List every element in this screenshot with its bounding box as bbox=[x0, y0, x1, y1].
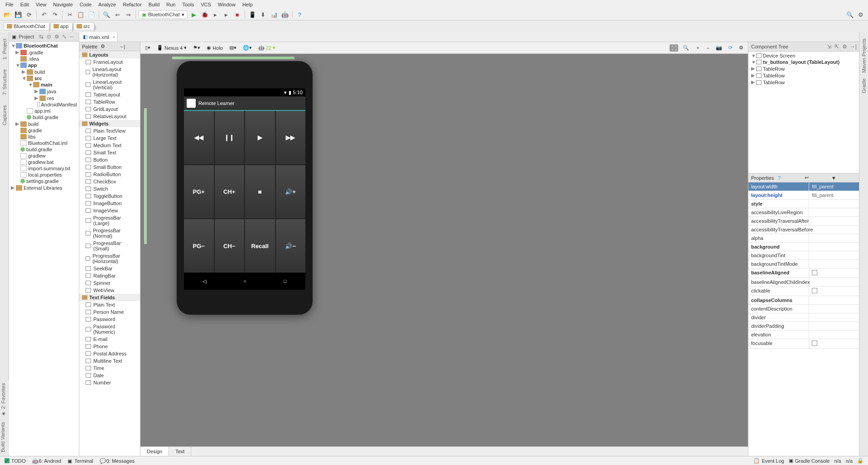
menu-window[interactable]: Window bbox=[215, 1, 238, 8]
tree-item[interactable]: build.gradle bbox=[9, 146, 79, 153]
palette-item[interactable]: SeekBar bbox=[79, 265, 140, 272]
hide-icon[interactable]: ⤡ bbox=[62, 34, 68, 40]
palette-item[interactable]: Small Button bbox=[79, 163, 140, 171]
preview-button[interactable]: 🔊− bbox=[276, 219, 306, 273]
device-preview[interactable]: ▾ ▮ 5:10 Remote Learner ◀◀❙❙▶▶▶PG+CH+■🔊+… bbox=[177, 61, 313, 315]
zoom-100-icon[interactable]: 🔍 bbox=[681, 44, 691, 52]
sb-eventlog[interactable]: 📋 Event Log bbox=[753, 458, 784, 464]
property-row[interactable]: style bbox=[748, 200, 859, 208]
options-gear-icon[interactable]: ⚙ bbox=[737, 44, 745, 52]
palette-item[interactable]: Person Name bbox=[79, 308, 140, 316]
minimize-icon[interactable]: − bbox=[70, 34, 76, 40]
tab-design[interactable]: Design bbox=[140, 447, 169, 456]
breadcrumb-item[interactable]: src bbox=[73, 22, 94, 30]
sb-todo[interactable]: ✓TODO bbox=[5, 458, 26, 464]
tool-tab[interactable]: ★ 2: Favorites bbox=[0, 380, 9, 419]
redo-icon[interactable]: ↷ bbox=[50, 10, 59, 19]
tree-item[interactable]: ▶External Libraries bbox=[9, 184, 79, 191]
palette-item[interactable]: RatingBar bbox=[79, 272, 140, 279]
tree-item[interactable]: app.iml bbox=[9, 108, 79, 114]
search-everywhere-icon[interactable]: 🔍 bbox=[845, 10, 854, 19]
preview-button[interactable]: ❙❙ bbox=[215, 111, 245, 164]
tree-item[interactable]: ▼app bbox=[9, 62, 79, 68]
sb-lock-icon[interactable]: 🔒 bbox=[857, 458, 863, 464]
tree-item[interactable]: ▶build bbox=[9, 68, 79, 75]
tree-item[interactable]: ▶build bbox=[9, 120, 79, 127]
palette-category[interactable]: Text Fields bbox=[79, 294, 140, 301]
palette-item[interactable]: Plain Text bbox=[79, 301, 140, 308]
screenshot-icon[interactable]: 📷 bbox=[714, 44, 724, 52]
palette-item[interactable]: Large Text bbox=[79, 134, 140, 142]
palette-item[interactable]: Multiline Text bbox=[79, 357, 140, 364]
component-item[interactable]: ▼tv_buttons_layout (TableLayout) bbox=[749, 59, 858, 65]
tree-item[interactable]: gradlew bbox=[9, 153, 79, 159]
palette-category[interactable]: Layouts bbox=[79, 51, 140, 58]
tool-tab[interactable]: 7: Structure bbox=[2, 67, 7, 98]
palette-item[interactable]: ProgressBar (Small) bbox=[79, 240, 140, 252]
stop-icon[interactable]: ■ bbox=[233, 10, 242, 19]
tool-tab[interactable]: Build Variants bbox=[0, 419, 9, 455]
menu-run[interactable]: Run bbox=[164, 1, 178, 8]
menu-analyze[interactable]: Analyze bbox=[96, 1, 119, 8]
property-row[interactable]: layout:widthfill_parent bbox=[748, 182, 859, 191]
tree-item[interactable]: import-summary.txt bbox=[9, 165, 79, 172]
menu-code[interactable]: Code bbox=[77, 1, 94, 8]
preview-button[interactable]: PG+ bbox=[184, 165, 214, 219]
ctree-expand-icon[interactable]: ⇲ bbox=[827, 43, 833, 50]
palette-item[interactable]: Postal Address bbox=[79, 350, 140, 357]
ctree-collapse-icon[interactable]: ⇱ bbox=[834, 43, 841, 50]
tree-item[interactable]: ▼main bbox=[9, 81, 79, 88]
tree-item[interactable]: gradle bbox=[9, 127, 79, 134]
open-icon[interactable]: 📂 bbox=[3, 10, 12, 19]
property-row[interactable]: elevation bbox=[748, 331, 859, 339]
property-row[interactable]: layout:heightfill_parent bbox=[748, 191, 859, 200]
menu-navigate[interactable]: Navigate bbox=[50, 1, 75, 8]
tree-item[interactable]: ▶res bbox=[9, 95, 79, 101]
menu-build[interactable]: Build bbox=[146, 1, 162, 8]
preview-button[interactable]: ■ bbox=[245, 165, 275, 219]
palette-item[interactable]: ProgressBar (Large) bbox=[79, 214, 140, 227]
menu-view[interactable]: View bbox=[33, 1, 49, 8]
property-row[interactable]: accessibilityLiveRegion bbox=[748, 208, 859, 217]
find-icon[interactable]: 🔍 bbox=[102, 10, 111, 19]
palette-item[interactable]: Medium Text bbox=[79, 142, 140, 149]
copy-icon[interactable]: 📋 bbox=[76, 10, 85, 19]
help-icon[interactable]: ? bbox=[295, 10, 304, 19]
palette-hide-icon[interactable]: →| bbox=[119, 44, 137, 49]
palette-item[interactable]: Plain TextView bbox=[79, 127, 140, 134]
config-icon[interactable]: ⚑▾ bbox=[191, 44, 202, 52]
run-config-combo[interactable]: ▣ BluetoothChat ▾ bbox=[139, 10, 188, 19]
locale-icon[interactable]: 🌐▾ bbox=[241, 44, 254, 52]
property-row[interactable]: baselineAlignedChildIndex bbox=[748, 278, 859, 287]
palette-item[interactable]: Phone bbox=[79, 343, 140, 350]
props-help-icon[interactable]: ? bbox=[778, 175, 803, 181]
palette-item[interactable]: ProgressBar (Horizontal) bbox=[79, 252, 140, 265]
ctree-hide-icon[interactable]: →| bbox=[850, 43, 856, 50]
preview-button[interactable]: PG− bbox=[184, 219, 214, 273]
run-icon[interactable]: ▶ bbox=[189, 10, 198, 19]
gear-icon[interactable]: ⚙ bbox=[54, 34, 61, 40]
monitor-icon[interactable]: 📊 bbox=[270, 10, 279, 19]
tree-item[interactable]: build.gradle bbox=[9, 114, 79, 120]
palette-item[interactable]: Spinner bbox=[79, 279, 140, 287]
ctree-gear-icon[interactable]: ⚙ bbox=[842, 43, 849, 50]
palette-item[interactable]: WebView bbox=[79, 287, 140, 294]
preview-button[interactable]: CH+ bbox=[215, 165, 245, 219]
tree-item[interactable]: AndroidManifest bbox=[9, 101, 79, 108]
paste-icon[interactable]: 📄 bbox=[87, 10, 96, 19]
props-filter-icon[interactable]: ▼ bbox=[831, 175, 856, 181]
menu-tools[interactable]: Tools bbox=[179, 1, 197, 8]
palette-gear-icon[interactable]: ⚙ bbox=[101, 43, 119, 49]
property-row[interactable]: alpha bbox=[748, 234, 859, 243]
device-combo[interactable]: 📱 Nexus 4 ▾ bbox=[155, 44, 188, 52]
component-item[interactable]: ▶TableRow bbox=[749, 65, 858, 72]
tree-item[interactable]: gradlew.bat bbox=[9, 159, 79, 165]
sb-terminal[interactable]: ▣Terminal bbox=[68, 458, 93, 464]
collapse-icon[interactable]: ⊙ bbox=[47, 34, 53, 40]
back-icon[interactable]: ⇐ bbox=[113, 10, 122, 19]
layout-icon[interactable]: ▤▾ bbox=[227, 44, 238, 52]
tree-item[interactable]: local.properties bbox=[9, 172, 79, 178]
component-item[interactable]: ▶TableRow bbox=[749, 79, 858, 86]
preview-button[interactable]: Recall bbox=[245, 219, 275, 273]
save-icon[interactable]: 💾 bbox=[14, 10, 23, 19]
